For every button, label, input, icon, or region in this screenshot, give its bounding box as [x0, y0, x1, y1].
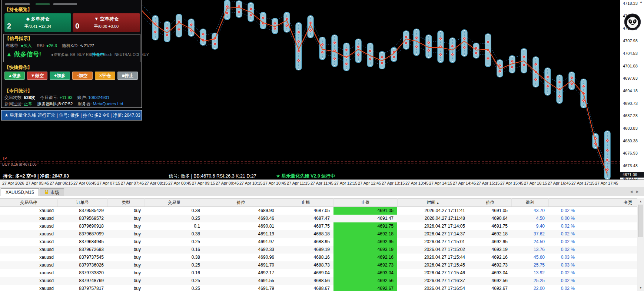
time-axis-label: 27 Apr 11:45	[311, 181, 333, 185]
table-row[interactable]: xauusd8379690918buy0.14690.814687.754691…	[0, 222, 637, 230]
status-positions: 持仓: 多=2 空=0 | 净值: 2047.03	[3, 173, 69, 179]
column-header-time[interactable]: 时间▲	[397, 199, 469, 207]
column-header-tp[interactable]: 止盈	[333, 199, 397, 207]
cell-time: 2026.04.27 17:14:37	[397, 230, 469, 238]
price-axis-label: 4694.18	[623, 88, 638, 93]
add-long-button[interactable]: +加多	[50, 72, 70, 80]
bollinger-label: 布林带:	[6, 43, 20, 48]
table-row[interactable]: xauusd8379757817buy0.254691.794688.67469…	[0, 285, 637, 291]
time-axis-label: 27 Apr 10:45	[263, 181, 286, 185]
cell-type: buy	[107, 215, 145, 222]
tab-market[interactable]: 市场	[40, 188, 64, 196]
candle-highlight	[200, 29, 206, 45]
column-header-type[interactable]: 类型	[107, 199, 145, 207]
cell-change: 0.02 %	[548, 285, 637, 291]
time-axis-label: 27 Apr 15:45	[500, 181, 523, 185]
cell-profit: 13.92	[511, 269, 548, 277]
long-box-detail: 手/0.41 +12.34	[4, 24, 71, 29]
cell-change: 0.02 %	[548, 277, 637, 285]
table-row[interactable]: xauusd8379569572buy0.254690.464687.47469…	[0, 215, 637, 222]
time-axis[interactable]: 27 Apr 202627 Apr 05:4527 Apr 06:1527 Ap…	[0, 179, 644, 187]
tab-next-icon[interactable]: ▶	[636, 190, 639, 194]
cell-symbol: xauusd	[0, 238, 57, 246]
tab-chart-xauusd[interactable]: XAUUSD,M15	[1, 188, 39, 196]
scroll-up-icon[interactable]: ▲	[640, 0, 643, 4]
cell-symbol: xauusd	[0, 207, 57, 215]
cell-change: 0.03 %	[548, 254, 637, 261]
close-all-button[interactable]: ×平仓	[95, 72, 115, 80]
cell-sl: 4687.75	[278, 222, 333, 230]
table-row[interactable]: xauusd8379737545buy0.384690.964688.16469…	[0, 254, 637, 261]
cell-time: 2026.04.27 17:11:41	[397, 207, 469, 215]
cell-sl: 4688.95	[278, 238, 333, 246]
cell-type: buy	[107, 230, 145, 238]
column-header-volume[interactable]: 交易量	[145, 199, 204, 207]
cell-volume: 0.16	[145, 269, 204, 277]
cell-volume: 0.38	[145, 254, 204, 261]
scrollbar-thumb[interactable]	[638, 205, 643, 237]
trade-history-panel: 交易品种订单号类型交易量价位止损止盈时间▲价位盈利变更xauusd8379585…	[0, 196, 644, 291]
column-header-sl[interactable]: 止损	[278, 199, 333, 207]
time-axis-label: 27 Apr 11:15	[287, 181, 310, 185]
stop-button[interactable]: ■停止	[117, 72, 138, 80]
cell-tp: 4691.47	[333, 215, 397, 222]
news-filter-label: 新闻过滤:	[4, 102, 23, 106]
tab-prev-icon[interactable]: ◀	[630, 190, 633, 194]
table-row[interactable]: xauusd8379585429buy0.384689.904687.05469…	[0, 207, 637, 215]
quick-long-button[interactable]: ▲做多	[4, 72, 25, 80]
cell-change: 0.03 %	[548, 261, 637, 269]
table-row[interactable]: xauusd8379736026buy0.254691.704688.73469…	[0, 261, 637, 269]
mt4-window: TP BUY 0.16 at 4671.06 持仓: 多=2 空=0 | 净值:…	[0, 0, 644, 291]
cell-symbol: xauusd	[0, 254, 57, 261]
scroll-down-icon[interactable]: ▼	[637, 285, 644, 291]
time-axis-label: 27 Apr 13:45	[405, 181, 428, 185]
stochastic-value: ∿21/27	[80, 43, 94, 48]
table-row[interactable]: xauusd8379672693buy0.164692.334689.19469…	[0, 246, 637, 254]
cell-sl: 4687.47	[278, 215, 333, 222]
column-header-price[interactable]: 价位	[204, 199, 278, 207]
price-axis-label: 4687.28	[623, 113, 638, 118]
price-axis-label: 4704.53	[623, 51, 638, 56]
column-header-profit[interactable]: 盈利	[511, 199, 548, 207]
trades-value: 538次	[24, 95, 35, 100]
cell-order: 8379733820	[57, 269, 107, 277]
long-position-box: ◆ 多单持仓 手/0.41 +12.34 2	[4, 13, 71, 32]
cell-time: 2026.04.27 17:16:54	[397, 285, 469, 291]
cell-profit: 22.00	[511, 285, 548, 291]
price-axis-label: 4683.83	[623, 126, 638, 131]
time-axis-label: 27 Apr 17:15	[571, 181, 594, 185]
bollinger-value: ●买入	[21, 43, 32, 48]
column-header-order[interactable]: 订单号	[57, 199, 107, 207]
column-header-change[interactable]: 变更	[548, 199, 637, 207]
time-axis-label: 27 Apr 09:45	[216, 181, 239, 185]
cell-price2: 4692.56	[469, 277, 511, 285]
cell-symbol: xauusd	[0, 215, 57, 222]
table-row[interactable]: xauusd8379733820buy0.164692.174689.04469…	[0, 269, 637, 277]
rsi-value: ●26.3	[46, 43, 57, 48]
time-axis-label: 27 Apr 10:15	[239, 181, 262, 185]
quick-short-button[interactable]: ▼做空	[27, 72, 47, 80]
time-axis-label: 27 Apr 17:45	[595, 181, 618, 185]
server-time: 服务器时间8:07:52	[37, 102, 73, 106]
table-row[interactable]: xauusd8379687099buy0.384691.194688.18469…	[0, 230, 637, 238]
cell-change: 0.00 %	[548, 215, 637, 222]
cell-order: 8379687099	[57, 230, 107, 238]
cell-price: 4691.55	[204, 277, 278, 285]
cell-symbol: xauusd	[0, 285, 57, 291]
column-header-price2[interactable]: 价位	[469, 199, 511, 207]
rsi-label: RSI:	[37, 43, 45, 48]
table-row[interactable]: xauusd8379748769buy0.254691.554688.56469…	[0, 277, 637, 285]
price-axis-label: 4680.38	[623, 138, 638, 143]
cell-order: 8379585429	[57, 207, 107, 215]
table-scrollbar[interactable]: ▲ ▼	[637, 198, 644, 291]
cell-profit: 25.25	[511, 277, 548, 285]
cell-price: 4691.97	[204, 238, 278, 246]
order-line-label: BUY 0.16 at 4671.06	[2, 162, 37, 166]
table-row[interactable]: xauusd8379684945buy0.254691.974688.95469…	[0, 238, 637, 246]
scroll-up-icon[interactable]: ▲	[637, 198, 644, 205]
column-header-symbol[interactable]: 交易品种	[0, 199, 57, 207]
add-short-button[interactable]: -加空	[72, 72, 93, 80]
short-count: 0	[75, 22, 79, 30]
time-axis-label: 27 Apr 07:15	[97, 181, 120, 185]
cell-price2: 4693.04	[469, 269, 511, 277]
